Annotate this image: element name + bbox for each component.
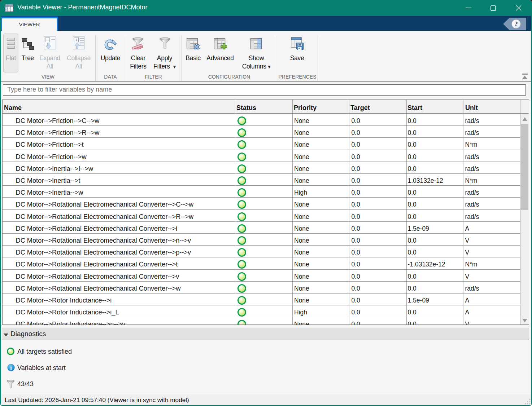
svg-text:i: i [10, 365, 12, 371]
svg-text:?: ? [514, 20, 518, 28]
